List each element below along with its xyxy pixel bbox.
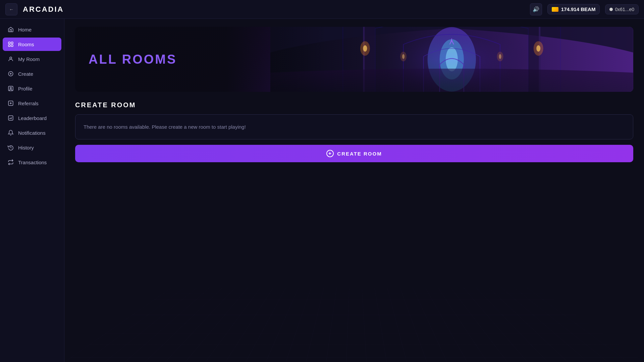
transactions-icon — [7, 159, 14, 166]
notifications-icon — [7, 129, 14, 136]
layout: Home Rooms My Room — [0, 19, 644, 362]
sidebar-label-history: History — [18, 145, 34, 150]
balance-display: 174.914 BEAM — [547, 4, 600, 14]
sidebar-item-profile[interactable]: Profile — [3, 82, 61, 95]
empty-state-message: There are no rooms available. Please cre… — [84, 124, 625, 130]
sidebar-item-leaderboard[interactable]: Leaderboard — [3, 111, 61, 125]
sidebar: Home Rooms My Room — [0, 19, 64, 362]
app-logo: ARCADIA — [23, 5, 64, 14]
hero-banner: ALL ROOMS — [75, 27, 633, 92]
svg-rect-2 — [8, 45, 10, 47]
home-icon — [7, 26, 14, 33]
sidebar-item-history[interactable]: History — [3, 141, 61, 154]
wallet-dot-icon — [609, 8, 613, 11]
svg-rect-0 — [8, 42, 10, 44]
sidebar-item-notifications[interactable]: Notifications — [3, 126, 61, 139]
sidebar-label-referrals: Referrals — [18, 101, 39, 106]
sidebar-label-my-room: My Room — [18, 56, 40, 62]
volume-icon: 🔊 — [533, 6, 539, 12]
balance-amount: 174.914 BEAM — [561, 6, 596, 12]
create-icon — [7, 70, 14, 77]
sidebar-label-transactions: Transactions — [18, 160, 47, 165]
referrals-icon — [7, 100, 14, 107]
sidebar-label-profile: Profile — [18, 86, 33, 92]
my-room-icon — [7, 56, 14, 62]
sidebar-item-transactions[interactable]: Transactions — [3, 156, 61, 169]
header-right: 🔊 174.914 BEAM 0x61...e0 — [530, 3, 639, 15]
svg-point-21 — [363, 45, 367, 52]
sidebar-label-leaderboard: Leaderboard — [18, 115, 47, 121]
hero-title: ALL ROOMS — [89, 52, 177, 67]
svg-point-28 — [371, 27, 533, 92]
sidebar-item-referrals[interactable]: Referrals — [3, 97, 61, 110]
section-title: CREATE ROOM — [75, 101, 633, 109]
main-content: ALL ROOMS CREATE ROOM There are no rooms… — [64, 19, 644, 362]
sidebar-label-rooms: Rooms — [18, 42, 34, 47]
plus-circle-icon: + — [326, 150, 334, 157]
sidebar-item-home[interactable]: Home — [3, 23, 61, 36]
create-room-button[interactable]: + CREATE ROOM — [75, 145, 633, 162]
volume-button[interactable]: 🔊 — [530, 3, 542, 15]
empty-state-box: There are no rooms available. Please cre… — [75, 114, 633, 139]
wallet-address-text: 0x61...e0 — [615, 7, 634, 12]
header: ← ARCADIA 🔊 174.914 BEAM 0x61...e0 — [0, 0, 644, 19]
sidebar-item-rooms[interactable]: Rooms — [3, 38, 61, 51]
create-room-section: CREATE ROOM There are no rooms available… — [75, 101, 633, 162]
wallet-address-display: 0x61...e0 — [605, 4, 639, 14]
svg-point-23 — [537, 45, 541, 52]
hero-banner-text: ALL ROOMS — [75, 27, 326, 92]
profile-icon — [7, 85, 14, 92]
history-icon — [7, 144, 14, 151]
create-room-button-label: CREATE ROOM — [337, 151, 382, 157]
svg-rect-1 — [11, 42, 13, 44]
sidebar-item-create[interactable]: Create — [3, 67, 61, 80]
beam-flag-icon — [552, 7, 558, 12]
sidebar-label-home: Home — [18, 27, 32, 33]
sidebar-label-notifications: Notifications — [18, 130, 46, 136]
svg-point-4 — [10, 57, 12, 59]
sidebar-label-create: Create — [18, 71, 33, 77]
sidebar-item-my-room[interactable]: My Room — [3, 52, 61, 66]
rooms-icon — [7, 41, 14, 48]
collapse-icon: ← — [9, 7, 14, 12]
sidebar-collapse-button[interactable]: ← — [5, 3, 17, 15]
svg-rect-11 — [8, 116, 13, 120]
leaderboard-icon — [7, 115, 14, 121]
svg-point-9 — [10, 87, 12, 89]
svg-rect-3 — [11, 45, 13, 47]
